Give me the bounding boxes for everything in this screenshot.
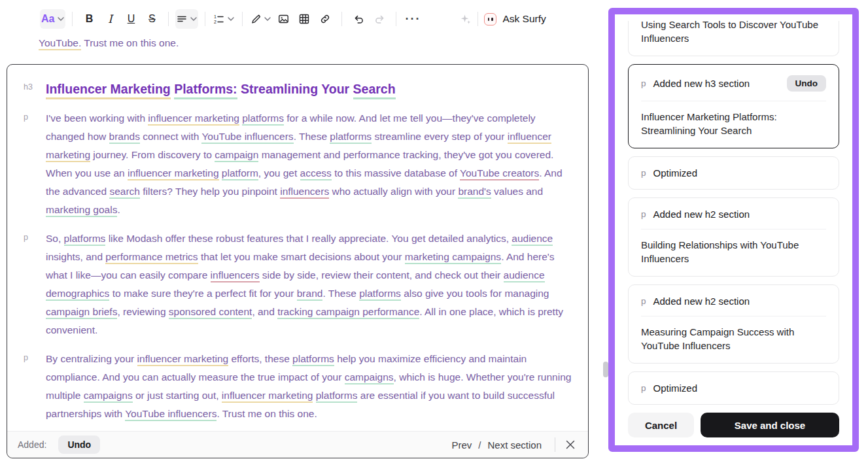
change-card-body: Measuring Campaign Success with YouTube … xyxy=(641,326,826,352)
card-divider xyxy=(641,101,826,101)
ask-surfy-button[interactable]: Ask Surfy xyxy=(484,13,546,26)
cancel-button[interactable]: Cancel xyxy=(628,413,694,437)
table-icon xyxy=(299,14,309,24)
surfy-mascot-icon xyxy=(484,13,496,26)
chevron-down-icon xyxy=(264,17,271,21)
ordered-list-icon: 12 xyxy=(213,14,224,24)
toolbar-divider xyxy=(72,12,73,26)
paragraph-tag-label: p xyxy=(24,233,28,242)
align-left-icon xyxy=(177,14,187,24)
change-card-action: Added new h3 section xyxy=(653,78,750,89)
change-card-tag: p xyxy=(641,383,646,393)
added-label: Added: xyxy=(18,439,46,450)
next-section-button[interactable]: Next section xyxy=(485,438,544,452)
keyword-teal: brand xyxy=(297,288,323,301)
changes-panel: Using Search Tools to Discover YouTube I… xyxy=(608,8,859,452)
keyword-yellow: YouTube. xyxy=(39,37,81,50)
panel-footer: Cancel Save and close xyxy=(628,413,839,437)
paragraph-text[interactable]: So, platforms like Modash offer these ro… xyxy=(46,230,573,339)
paragraph-text[interactable]: I've been working with influencer market… xyxy=(46,109,573,219)
insert-link-button[interactable] xyxy=(315,9,335,29)
text-segment: . xyxy=(117,204,120,215)
keyword-teal: tracking campaign performance xyxy=(277,306,419,319)
text-segment: . These xyxy=(294,131,330,142)
text-segment: that let you make smart decisions about … xyxy=(198,251,405,262)
keyword-teal: campaign briefs xyxy=(46,306,117,319)
card-undo-button[interactable]: Undo xyxy=(787,75,827,92)
text-segment: like Modash offer these robust features … xyxy=(105,233,512,244)
italic-button[interactable]: I xyxy=(100,9,120,29)
heading-tag-label: h3 xyxy=(24,82,33,92)
keyword-teal: marketing campaigns xyxy=(405,251,501,264)
section-content: h3 Influencer Marketing Platforms: Strea… xyxy=(7,65,588,431)
changes-panel-inner: Using Search Tools to Discover YouTube I… xyxy=(615,14,852,445)
insert-image-button[interactable] xyxy=(273,9,293,29)
text-segment: or just starting out, xyxy=(133,390,222,401)
highlighted-section: h3 Influencer Marketing Platforms: Strea… xyxy=(7,64,589,458)
change-card-header: pOptimized xyxy=(641,383,826,394)
change-card[interactable]: pAdded new h3 sectionUndoInfluencer Mark… xyxy=(628,64,839,148)
scrollbar-thumb[interactable] xyxy=(603,362,608,377)
chevron-down-icon xyxy=(190,17,197,21)
highlight-pen-dropdown[interactable] xyxy=(249,9,272,29)
underline-button[interactable]: U xyxy=(121,9,141,29)
redo-button[interactable] xyxy=(370,9,389,29)
keyword-yellow: influencer marketing xyxy=(148,112,239,126)
change-card[interactable]: pAdded new h2 sectionMeasuring Campaign … xyxy=(628,284,839,364)
keyword-teal: marketing goals xyxy=(46,204,117,217)
paragraph-row: pSo, platforms like Modash offer these r… xyxy=(7,230,588,339)
insert-table-button[interactable] xyxy=(294,9,314,29)
change-card[interactable]: pAdded new h2 sectionBuilding Relationsh… xyxy=(628,197,839,277)
undo-icon xyxy=(353,14,364,25)
ordered-list-dropdown[interactable]: 12 xyxy=(212,9,235,29)
change-card-body: Using Search Tools to Discover YouTube I… xyxy=(641,21,826,45)
redo-icon xyxy=(374,14,385,25)
text-segment: . Trust me on this one. xyxy=(217,408,317,419)
svg-text:2: 2 xyxy=(214,20,217,24)
align-dropdown[interactable] xyxy=(175,9,198,29)
keyword-teal: brands xyxy=(109,131,140,144)
change-card-tag: p xyxy=(641,296,646,306)
keyword-teal: Search xyxy=(353,82,396,99)
text-segment: Trust me on this one. xyxy=(81,37,179,48)
paragraph-row: pBy centralizing your influencer marketi… xyxy=(7,350,588,423)
text-segment: streamline every step of your xyxy=(372,131,508,142)
text-segment: who actually align with your xyxy=(329,186,458,197)
keyword-teal: platforms xyxy=(316,390,358,403)
text-segment: to this massive database of xyxy=(332,167,460,179)
change-card-action: Optimized xyxy=(653,167,698,179)
keyword-teal: campaigns xyxy=(84,390,133,403)
prev-next-separator: / xyxy=(478,439,481,451)
change-card-header: pOptimized xyxy=(641,167,826,179)
prev-section-button[interactable]: Prev xyxy=(449,438,474,452)
toolbar-divider xyxy=(168,12,169,26)
keyword-teal: campaign xyxy=(215,149,258,162)
toolbar-divider xyxy=(396,12,396,26)
text-segment: also give you tools for managing xyxy=(401,288,549,299)
close-section-button[interactable] xyxy=(563,437,578,452)
change-cards-list: Using Search Tools to Discover YouTube I… xyxy=(628,21,839,405)
change-card[interactable]: pOptimized xyxy=(628,156,839,190)
keyword-teal: Platforms: xyxy=(174,82,237,99)
change-card-tag: p xyxy=(641,168,646,178)
more-options-button[interactable]: ··· xyxy=(403,9,423,29)
change-card[interactable]: Using Search Tools to Discover YouTube I… xyxy=(628,21,839,56)
strikethrough-button[interactable]: S xyxy=(142,9,162,29)
card-divider xyxy=(641,316,826,316)
change-card[interactable]: pOptimized xyxy=(628,371,839,405)
keyword-yellow: performance metrics xyxy=(105,251,198,264)
section-undo-button[interactable]: Undo xyxy=(58,435,100,454)
text-segment: By centralizing your xyxy=(46,353,137,364)
change-card-tag: p xyxy=(641,78,646,88)
section-heading-text[interactable]: Influencer Marketing Platforms: Streamli… xyxy=(46,79,579,99)
undo-button[interactable] xyxy=(349,9,368,29)
text-style-dropdown[interactable]: Aa xyxy=(40,9,65,29)
keyword-yellow: Influencer Marketing xyxy=(46,82,171,99)
text-segment: values and xyxy=(491,186,543,197)
paragraph-text[interactable]: By centralizing your influencer marketin… xyxy=(46,350,573,423)
save-and-close-button[interactable]: Save and close xyxy=(701,413,839,437)
bold-button[interactable]: B xyxy=(79,9,99,29)
section-footer-bar: Added: Undo Prev / Next section xyxy=(7,431,588,458)
text-segment: I've been working with xyxy=(46,112,148,124)
keyword-teal: platforms xyxy=(330,131,372,144)
